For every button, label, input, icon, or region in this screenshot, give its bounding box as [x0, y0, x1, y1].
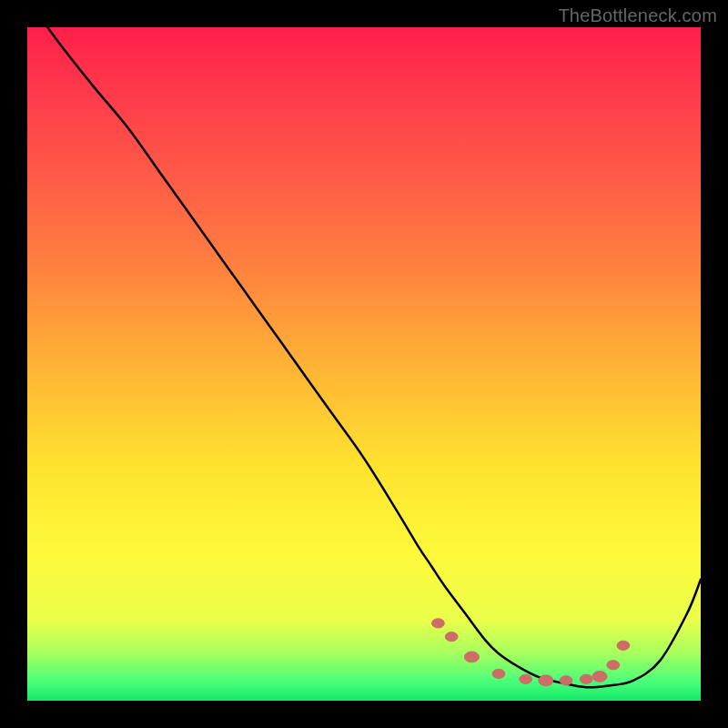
curve-marker: [560, 676, 572, 685]
curve-marker: [592, 671, 607, 682]
curve-marker: [464, 652, 479, 662]
plot-area: [27, 27, 701, 701]
curve-marker: [539, 675, 553, 686]
curve-marker: [617, 641, 630, 650]
curve-markers: [432, 619, 630, 686]
curve-marker: [607, 661, 620, 670]
curve-marker: [580, 674, 592, 683]
chart-container: TheBottleneck.com: [0, 0, 728, 728]
curve-marker: [445, 632, 458, 642]
curve-marker: [492, 669, 505, 678]
bottleneck-curve-path: [47, 27, 701, 687]
attribution-label: TheBottleneck.com: [558, 5, 717, 26]
curve-layer: [27, 27, 701, 701]
curve-marker: [432, 619, 445, 628]
curve-marker: [520, 674, 532, 683]
